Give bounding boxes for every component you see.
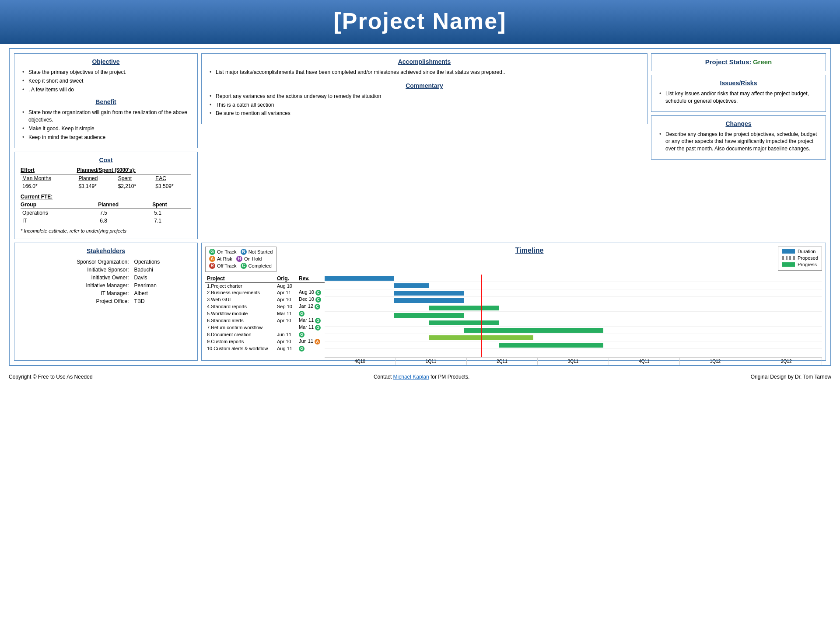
group-operations: Operations (21, 209, 98, 217)
duration-label: Duration (798, 249, 816, 254)
benefit-item-2: Make it good. Keep it simple (22, 125, 191, 132)
commentary-list: Report any variances and the actions und… (208, 93, 641, 117)
accomplishments-panel: Accomplishments List major tasks/accompl… (201, 53, 648, 124)
it-planned: 6.8 (98, 217, 152, 225)
project-name: 5.Workflow module (205, 310, 275, 317)
project-name: 4.Standard reports (205, 303, 275, 310)
page-title: [Project Name] (0, 8, 840, 34)
gantt-bar (429, 306, 499, 310)
stakeholder-row-3: Initiative Manager: Pearlman (21, 282, 191, 289)
eac-col-label: EAC (155, 175, 166, 181)
gantt-x-label: 1Q11 (396, 358, 466, 365)
progress-label: Progress (798, 262, 817, 267)
project-rev-status: Aug 10 C (297, 289, 325, 296)
project-orig: Sep 10 (275, 303, 297, 310)
mid-column: Accomplishments List major tasks/accompl… (201, 53, 648, 239)
left-column: Objective State the primary objectives o… (14, 53, 198, 239)
gantt-bar (394, 298, 464, 303)
objective-item-1: State the primary objectives of the proj… (22, 69, 191, 76)
project-name: 1.Project charter (205, 282, 275, 289)
cost-effort-table: Effort Planned/Spent ($000's): Man Month… (21, 167, 191, 190)
man-months-label: Man Months (22, 175, 51, 181)
gantt-x-label: 4Q10 (325, 358, 396, 365)
accomplishments-list: List major tasks/accomplishments that ha… (208, 69, 641, 76)
project-status-value: Green (753, 58, 772, 66)
changes-list: Describe any changes to the project obje… (658, 131, 819, 153)
project-status-panel: Project Status: Green (651, 53, 826, 71)
orig-col-header: Orig. (275, 275, 297, 283)
not-started-icon: N (241, 249, 247, 255)
project-orig: Apr 10 (275, 296, 297, 303)
issues-risks-panel: Issues/Risks List key issues and/or risk… (651, 75, 826, 112)
off-track-label: Off Track (217, 263, 236, 268)
project-orig (275, 324, 297, 331)
top-row: Objective State the primary objectives o… (14, 53, 826, 239)
commentary-title: Commentary (208, 82, 641, 89)
on-hold-icon: H (236, 256, 242, 262)
stakeholder-row-5: Project Office: TBD (21, 297, 191, 305)
status-dot: G (315, 325, 321, 331)
spent-value: $2,210* (116, 182, 154, 190)
gantt-bar (429, 320, 499, 325)
commentary-item-2: This is a catch all section (210, 101, 641, 109)
legend-left: G On Track N Not Started A At Risk H On … (205, 247, 276, 272)
project-orig: Aug 10 (275, 282, 297, 289)
timeline-title: Timeline (281, 247, 777, 254)
timeline-row: 4.Standard reportsSep 10Jan 12 C (205, 303, 325, 310)
stakeholder-value-5: TBD (132, 297, 191, 305)
benefit-title: Benefit (21, 98, 191, 105)
stakeholder-label-0: Sponsor Organization: (21, 258, 132, 266)
stakeholders-panel: Stakeholders Sponsor Organization: Opera… (14, 243, 198, 361)
project-rev-status: Jan 12 C (297, 303, 325, 310)
changes-title: Changes (658, 120, 819, 127)
footer-middle-link[interactable]: Michael Kaplan (393, 374, 429, 380)
proposed-bar-icon (782, 256, 795, 260)
objective-item-3: . A few items will do (22, 86, 191, 94)
stakeholder-label-5: Project Office: (21, 297, 132, 305)
main-content: Objective State the primary objectives o… (9, 48, 831, 366)
objective-panel: Objective State the primary objectives o… (14, 53, 198, 148)
stakeholder-value-3: Pearlman (132, 282, 191, 289)
project-status-title: Project Status: (705, 58, 752, 66)
spent-col-label: Spent (118, 175, 132, 181)
footer-right: Original Design by Dr. Tom Tarnow (751, 374, 831, 380)
benefit-list: State how the organization will gain fro… (21, 109, 191, 141)
gantt-bar (325, 276, 394, 281)
at-risk-label: At Risk (217, 256, 232, 261)
status-dot: A (315, 339, 320, 345)
duration-bar-icon (782, 249, 795, 254)
on-track-icon: G (209, 249, 215, 255)
legend-on-track: G On Track N Not Started (209, 249, 273, 255)
legend-progress: Progress (782, 262, 818, 267)
at-risk-icon: A (209, 256, 215, 262)
legend-proposed: Proposed (782, 255, 818, 261)
proposed-label: Proposed (798, 255, 818, 261)
issues-risks-title: Issues/Risks (658, 80, 819, 87)
timeline-body: Project Orig. Rev. 1.Project charterAug … (205, 275, 822, 357)
timeline-project-info: Project Orig. Rev. 1.Project charterAug … (205, 275, 325, 357)
off-track-icon: R (209, 263, 215, 269)
project-col-header: Project (205, 275, 275, 283)
stakeholder-row-0: Sponsor Organization: Operations (21, 258, 191, 266)
stakeholder-value-0: Operations (132, 258, 191, 266)
timeline-info-table: Project Orig. Rev. 1.Project charterAug … (205, 275, 325, 352)
operations-spent: 5.1 (152, 209, 191, 217)
project-name: 6.Standard alerts (205, 317, 275, 324)
stakeholder-row-1: Initiative Sponsor: Baduchi (21, 266, 191, 274)
status-dot: C (315, 297, 321, 303)
objective-title: Objective (21, 58, 191, 65)
footer: Copyright © Free to Use As Needed Contac… (0, 370, 840, 383)
commentary-item-1: Report any variances and the actions und… (210, 93, 641, 100)
right-column: Project Status: Green Issues/Risks List … (651, 53, 826, 239)
gantt-bar (394, 313, 464, 318)
issues-risks-item-1: List key issues and/or risks that may af… (659, 90, 819, 105)
benefit-item-3: Keep in mind the target audience (22, 134, 191, 141)
objective-list: State the primary objectives of the proj… (21, 69, 191, 93)
completed-label: Completed (248, 263, 272, 268)
project-name: 7.Return confirm workflow (205, 324, 275, 331)
gantt-x-label: 4Q11 (609, 358, 680, 365)
on-track-label: On Track (217, 249, 237, 254)
planned-value: $3,149* (77, 182, 116, 190)
gantt-bar (464, 328, 603, 333)
timeline-row: 8.Document creationJun 11G (205, 331, 325, 338)
